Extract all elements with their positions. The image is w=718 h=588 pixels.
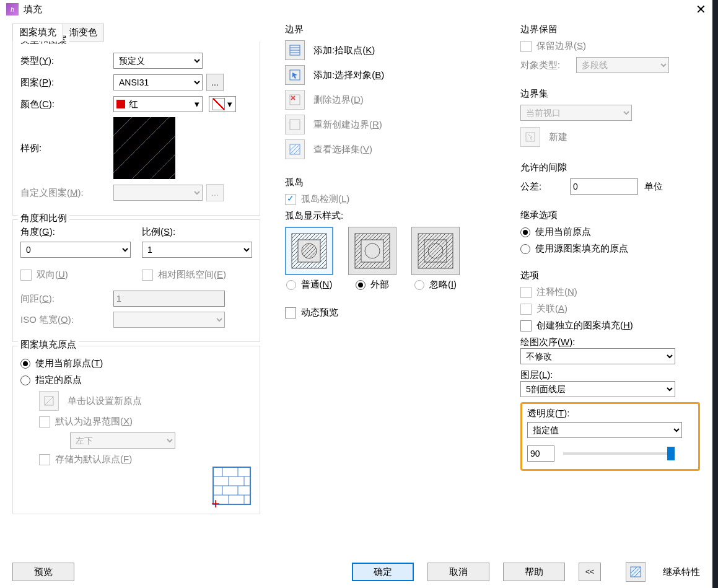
label-inherit-props: 继承特性 <box>663 566 700 578</box>
help-button[interactable]: 帮助 <box>503 563 565 581</box>
label-island-detect: 孤岛检测(L) <box>301 193 349 205</box>
svg-line-4 <box>120 123 175 179</box>
close-icon[interactable]: ✕ <box>696 2 706 17</box>
label-click-set-origin: 单击以设置新原点 <box>68 395 142 407</box>
checkbox-create-separate[interactable] <box>520 320 532 331</box>
delete-boundary-button <box>285 90 305 110</box>
cancel-button[interactable]: 取消 <box>427 563 489 581</box>
label-unit: 单位 <box>644 181 663 193</box>
select-scale[interactable]: 1 <box>142 242 252 258</box>
checkbox-keep-boundary <box>520 41 532 52</box>
select-draw-order[interactable]: 不修改 <box>520 348 675 364</box>
label-angle: 角度(G): <box>20 226 131 238</box>
pattern-browse-button[interactable]: ... <box>206 74 224 91</box>
svg-point-41 <box>365 244 380 258</box>
label-new-bset: 新建 <box>549 131 567 143</box>
label-iso-pen: ISO 笔宽(O): <box>20 314 113 326</box>
svg-text:+: + <box>211 495 220 507</box>
svg-line-1 <box>113 117 144 148</box>
radio-inherit-current[interactable] <box>520 227 530 237</box>
select-pattern[interactable]: ANSI31 <box>113 74 203 90</box>
label-spacing: 间距(C): <box>20 293 113 305</box>
select-obj-type: 多段线 <box>576 57 669 73</box>
label-specified-origin: 指定的原点 <box>35 374 82 386</box>
select-color[interactable]: 红 ▾ <box>113 96 203 112</box>
new-boundary-set-button <box>520 127 540 147</box>
app-icon: h <box>6 3 19 15</box>
select-custom-pattern <box>113 185 203 201</box>
label-draw-order: 绘图次序(W): <box>520 336 700 348</box>
label-obj-type: 对象类型: <box>520 59 576 71</box>
radio-island-ignore <box>414 280 424 290</box>
radio-use-current-origin[interactable] <box>20 359 30 369</box>
label-view-sel: 查看选择集(V) <box>313 144 372 156</box>
select-origin-pos: 左下 <box>70 432 175 449</box>
svg-rect-30 <box>290 120 300 129</box>
label-color: 颜色(C): <box>20 99 113 110</box>
label-create-separate: 创建独立的图案填充(H) <box>536 320 633 331</box>
origin-preview-icon: + <box>210 464 253 507</box>
svg-point-38 <box>302 244 317 258</box>
select-angle[interactable]: 0 <box>20 242 131 258</box>
select-type[interactable]: 预定义 <box>113 53 203 69</box>
label-add-sel: 添加:选择对象(B) <box>313 69 384 81</box>
select-layer[interactable]: 5剖面线层 <box>520 381 675 397</box>
svg-line-5 <box>138 142 175 179</box>
label-layer: 图层(L): <box>520 369 700 381</box>
dialog-title: 填充 <box>24 4 696 15</box>
label-rel-paper: 相对图纸空间(E) <box>158 269 226 281</box>
preview-button[interactable]: 预览 <box>12 563 74 581</box>
checkbox-annotative <box>520 287 532 298</box>
label-inherit-current: 使用当前原点 <box>535 226 591 238</box>
radio-specified-origin[interactable] <box>20 375 30 385</box>
svg-line-49 <box>634 571 641 577</box>
input-trans-value[interactable] <box>527 445 554 462</box>
label-pattern: 图案(P): <box>20 77 113 89</box>
ok-button[interactable]: 确定 <box>352 563 414 581</box>
label-double: 双向(U) <box>37 269 68 281</box>
group-boundary-retain: 边界保留 <box>520 24 700 35</box>
island-normal-image[interactable] <box>285 227 333 275</box>
radio-inherit-source[interactable] <box>520 244 530 254</box>
svg-line-33 <box>290 144 296 151</box>
custom-pattern-browse-button: ... <box>206 184 224 201</box>
label-use-current-origin: 使用当前原点(T) <box>35 358 103 369</box>
label-island-ignore: 忽略(I) <box>429 279 457 291</box>
svg-line-0 <box>113 117 126 129</box>
label-island-style: 孤岛显示样式: <box>285 210 496 222</box>
checkbox-double <box>20 270 32 281</box>
inherit-props-button[interactable] <box>626 562 646 582</box>
color-swatch-icon <box>116 100 125 108</box>
svg-line-34 <box>294 148 300 154</box>
select-boundary-set: 当前视口 <box>520 105 632 121</box>
svg-line-8 <box>45 397 53 405</box>
add-select-obj-button[interactable] <box>285 65 305 85</box>
slider-transparency[interactable] <box>563 452 675 455</box>
svg-rect-42 <box>418 234 453 268</box>
select-bg-color[interactable]: ▾ <box>209 96 236 112</box>
label-annotative: 注释性(N) <box>536 286 577 298</box>
pick-origin-button <box>39 391 59 411</box>
sample-preview[interactable] <box>113 117 175 179</box>
select-trans-mode[interactable]: 指定值 <box>527 422 682 438</box>
label-type: 类型(Y): <box>20 55 113 67</box>
svg-rect-45 <box>526 133 535 141</box>
group-boundary: 边界 <box>285 24 496 35</box>
radio-island-outer[interactable] <box>356 280 366 290</box>
group-gap: 允许的间隙 <box>520 162 700 173</box>
no-color-icon <box>212 98 225 110</box>
add-pick-point-button[interactable] <box>285 40 305 60</box>
label-associative: 关联(A) <box>536 303 567 315</box>
svg-line-48 <box>631 567 637 573</box>
input-tolerance[interactable] <box>570 178 638 195</box>
label-dynamic-preview: 动态预览 <box>301 307 338 318</box>
island-ignore-image[interactable] <box>411 227 460 275</box>
checkbox-island-detect <box>285 194 296 205</box>
checkbox-associative <box>520 304 532 315</box>
checkbox-default-extent <box>39 416 50 428</box>
checkbox-dynamic-preview[interactable] <box>285 307 296 318</box>
island-outer-image[interactable] <box>348 227 396 275</box>
tab-pattern-fill[interactable]: 图案填充 <box>12 24 63 42</box>
label-default-extent: 默认为边界范围(X) <box>55 416 133 428</box>
collapse-button[interactable]: << <box>579 563 601 581</box>
